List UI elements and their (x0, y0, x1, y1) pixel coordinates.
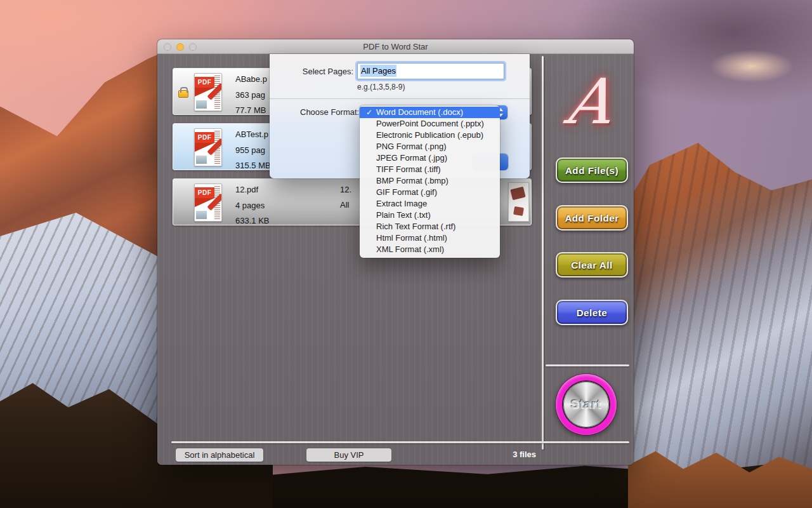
format-option[interactable]: TIFF Format (.tiff) (360, 164, 500, 175)
selected-text: All Pages (360, 65, 396, 77)
separator (270, 98, 530, 99)
file-count: 3 files (475, 450, 536, 459)
horizontal-divider (546, 364, 629, 366)
clear-all-button[interactable]: Clear All (556, 252, 628, 277)
format-option[interactable]: XML Format (.xml) (360, 244, 500, 255)
page-preview-thumbnail (508, 182, 529, 222)
format-option[interactable]: Plain Text (.txt) (360, 210, 500, 221)
file-size: 77.7 MB (235, 105, 266, 115)
file-name: ABabe.p (235, 74, 267, 84)
wallpaper-cloud (691, 35, 812, 95)
format-option[interactable]: PNG Format (.png) (360, 141, 500, 152)
pdf-file-icon: PDF (194, 128, 222, 166)
zoom-button[interactable] (189, 43, 197, 51)
add-files-button[interactable]: Add File(s) (556, 157, 628, 183)
format-option[interactable]: Rich Text Format (.rtf) (360, 221, 500, 232)
choose-format-label: Choose Format: (300, 107, 359, 117)
add-folder-button[interactable]: Add Folder (556, 205, 628, 231)
pdf-file-icon: PDF (194, 73, 222, 111)
horizontal-divider (171, 441, 629, 443)
title-bar[interactable]: PDF to Word Star (157, 39, 634, 54)
start-label: Start (571, 398, 601, 411)
format-option[interactable]: Html Format (.html) (360, 232, 500, 244)
output-name: 12. (340, 185, 351, 194)
file-size: 633.1 KB (235, 216, 270, 225)
format-option[interactable]: GIF Format (.gif) (360, 187, 500, 198)
desktop: PDF to Word Star PDF ABabe.p 363 pag 77.… (0, 0, 812, 508)
start-button[interactable]: Start (556, 374, 617, 435)
format-option[interactable]: BMP Format (.bmp) (360, 175, 500, 187)
file-name: ABTest.p (235, 130, 268, 139)
buy-vip-button[interactable]: Buy VIP (306, 448, 391, 462)
vertical-divider (542, 56, 544, 450)
close-button[interactable] (164, 43, 171, 51)
pages-hint: e.g.(1,3,5,8-9) (357, 83, 405, 91)
format-option[interactable]: Extract Image (360, 198, 500, 210)
format-option-label: Word Document (.docx) (376, 107, 463, 117)
file-size: 315.5 MB (235, 161, 271, 170)
start-button-face: Start (563, 382, 609, 427)
file-pages: 4 pages (235, 201, 265, 210)
app-logo: A (544, 62, 633, 141)
format-menu: ✓ Word Document (.docx) PowerPoint Docum… (360, 105, 500, 258)
window-title: PDF to Word Star (363, 42, 428, 51)
output-pages: All (340, 200, 349, 210)
checkmark-icon: ✓ (364, 107, 374, 118)
delete-button[interactable]: Delete (556, 300, 628, 325)
file-pages: 363 pag (235, 90, 265, 100)
sort-alphabetical-button[interactable]: Sort in alphabetical (176, 448, 263, 462)
file-pages: 955 pag (235, 145, 265, 155)
app-window: PDF to Word Star PDF ABabe.p 363 pag 77.… (157, 39, 634, 465)
minimize-button[interactable] (176, 43, 184, 51)
select-pages-label: Select Pages: (270, 67, 353, 76)
pdf-file-icon: PDF (194, 184, 222, 222)
file-name: 12.pdf (235, 185, 258, 194)
format-option[interactable]: Electronic Publication (.epub) (360, 130, 500, 141)
format-option[interactable]: PowerPoint Document (.pptx) (360, 118, 500, 130)
format-option-selected[interactable]: ✓ Word Document (.docx) (360, 107, 500, 118)
lock-icon (178, 90, 188, 98)
format-option[interactable]: JPEG Format (.jpg) (360, 152, 500, 164)
select-pages-input[interactable]: All Pages (357, 63, 504, 79)
